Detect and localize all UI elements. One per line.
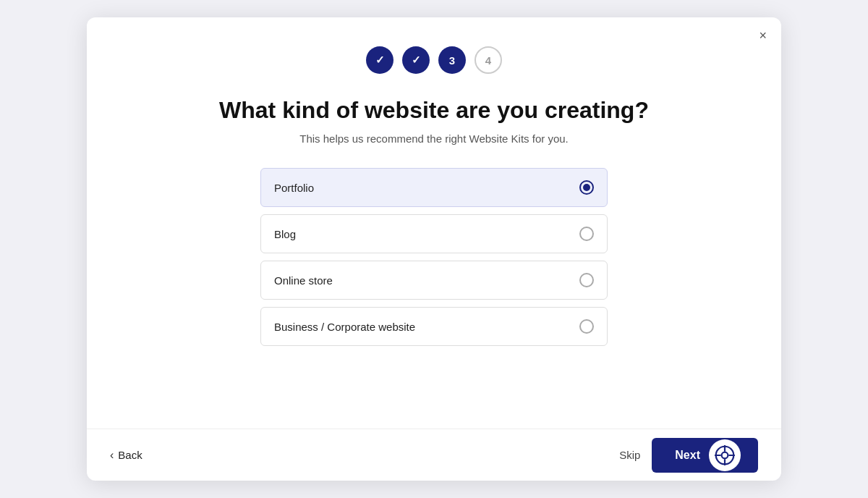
- option-business-label: Business / Corporate website: [274, 321, 415, 333]
- step-2: ✓: [402, 46, 430, 74]
- steps-indicator: ✓ ✓ 3 4: [366, 46, 502, 74]
- step-3: 3: [438, 46, 466, 74]
- back-label: Back: [118, 449, 142, 461]
- next-icon-circle: [709, 439, 741, 471]
- close-button[interactable]: ×: [759, 29, 767, 42]
- next-label: Next: [675, 449, 700, 462]
- option-online-store[interactable]: Online store: [260, 261, 608, 300]
- next-crosshair-icon: [715, 445, 735, 465]
- option-portfolio-label: Portfolio: [274, 182, 314, 194]
- next-button[interactable]: Next: [652, 438, 758, 473]
- option-online-store-label: Online store: [274, 274, 333, 287]
- page-title: What kind of website are you creating?: [219, 97, 649, 124]
- close-icon: ×: [759, 28, 767, 43]
- step-1: ✓: [366, 46, 393, 74]
- option-blog[interactable]: Blog: [260, 214, 608, 253]
- radio-business: [579, 319, 594, 334]
- chevron-left-icon: ‹: [110, 449, 114, 462]
- radio-portfolio: [579, 180, 594, 195]
- back-button[interactable]: ‹ Back: [110, 449, 142, 462]
- radio-online-store: [579, 273, 594, 287]
- skip-label: Skip: [619, 449, 640, 461]
- skip-button[interactable]: Skip: [619, 449, 640, 461]
- radio-blog: [579, 227, 594, 241]
- option-business[interactable]: Business / Corporate website: [260, 307, 608, 346]
- step-4: 4: [475, 46, 502, 74]
- option-blog-label: Blog: [274, 228, 296, 240]
- page-subtitle: This helps us recommend the right Websit…: [299, 132, 569, 145]
- option-portfolio[interactable]: Portfolio: [260, 168, 608, 207]
- modal-footer: ‹ Back Skip Next: [87, 429, 781, 481]
- footer-right-actions: Skip Next: [619, 438, 758, 473]
- wizard-modal: × ✓ ✓ 3 4 What kind of website are you c…: [87, 17, 781, 481]
- options-list: Portfolio Blog Online store Business / C…: [260, 168, 608, 346]
- radio-portfolio-inner: [583, 184, 590, 191]
- svg-point-1: [722, 452, 728, 458]
